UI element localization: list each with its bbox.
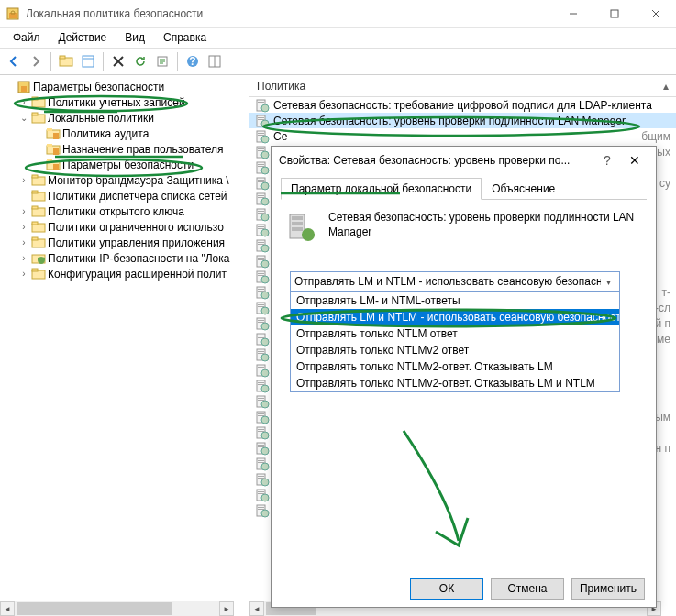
tree-item-label: Политики IP-безопасности на "Лока	[48, 252, 229, 265]
refresh-toolbar-button[interactable]	[130, 51, 150, 72]
delete-toolbar-button[interactable]	[108, 51, 128, 72]
options-toolbar-button[interactable]	[205, 51, 225, 72]
policy-row[interactable]: Сетевая безопасность: требование цифрово…	[249, 97, 676, 113]
tree-scrollbar[interactable]: ◄ ►	[0, 601, 234, 616]
tree-local-child-1[interactable]: Назначение прав пользователя	[29, 141, 249, 157]
menu-help[interactable]: Справка	[154, 29, 216, 46]
expander-icon: ›	[18, 222, 29, 232]
svg-rect-35	[32, 191, 38, 193]
svg-rect-130	[258, 429, 264, 430]
tree-pubkey[interactable]: ›Политики открытого ключа	[15, 204, 249, 219]
forward-button[interactable]	[26, 51, 46, 72]
svg-rect-150	[258, 507, 264, 508]
svg-rect-27	[47, 144, 52, 147]
svg-rect-87	[258, 259, 264, 260]
up-button[interactable]	[56, 51, 76, 72]
scroll-right-icon[interactable]: ►	[219, 601, 234, 616]
back-button[interactable]	[4, 51, 24, 72]
svg-rect-134	[258, 445, 264, 446]
svg-rect-139	[258, 462, 264, 463]
svg-rect-74	[258, 211, 264, 212]
menu-bar: Файл Действие Вид Справка	[0, 28, 676, 48]
scroll-left-icon[interactable]: ◄	[0, 601, 15, 616]
tree-root[interactable]: Параметры безопасности	[0, 79, 249, 94]
ok-button[interactable]: ОК	[410, 578, 483, 600]
tree-appcontrol[interactable]: ›Политики управления приложения	[15, 235, 249, 250]
svg-rect-8	[83, 56, 94, 67]
svg-point-148	[261, 494, 269, 501]
svg-rect-102	[258, 320, 264, 321]
svg-rect-115	[258, 368, 264, 369]
combo-option[interactable]: Отправлять LM- и NTML-ответы	[291, 292, 619, 309]
apply-button[interactable]: Применить	[571, 578, 645, 600]
svg-rect-119	[258, 384, 264, 385]
svg-rect-94	[258, 289, 264, 290]
tree-firewall[interactable]: ›Монитор брандмауэра Защитника \	[15, 172, 249, 188]
list-header[interactable]: Политика ▴	[249, 75, 676, 97]
scroll-left-icon[interactable]: ◄	[249, 601, 264, 616]
tree-local-policies[interactable]: ⌄Локальные политики	[15, 110, 249, 126]
menu-action[interactable]: Действие	[50, 29, 116, 46]
combo-option[interactable]: Отправлять только NTLMv2-ответ. Отказыва…	[291, 358, 619, 375]
dialog-close-button[interactable]: ✕	[621, 153, 648, 168]
menu-view[interactable]: Вид	[116, 29, 154, 46]
svg-point-140	[261, 463, 269, 470]
properties-toolbar-button[interactable]	[78, 51, 98, 72]
svg-rect-151	[258, 509, 264, 510]
svg-point-104	[261, 323, 269, 330]
svg-rect-51	[258, 119, 264, 120]
policy-row[interactable]: Сетевая безопасность: уровень проверки п…	[249, 113, 676, 128]
svg-point-48	[261, 104, 269, 112]
tree-local-child-0[interactable]: Политика аудита	[29, 126, 249, 141]
combo-option[interactable]: Отправлять только NTLM ответ	[291, 325, 619, 342]
svg-rect-147	[258, 493, 264, 494]
svg-rect-126	[258, 413, 264, 414]
policy-row[interactable]: Себщим	[249, 128, 676, 144]
combo-option[interactable]: Отправлять только NTLMv2 ответ	[291, 342, 619, 358]
dialog-help-button[interactable]: ?	[593, 153, 621, 168]
tree-item-label: Политики ограниченного использо	[48, 221, 224, 234]
tree-netlist[interactable]: Политики диспетчера списка сетей	[15, 188, 249, 204]
chevron-down-icon: ▾	[601, 277, 615, 287]
dialog-titlebar: Свойства: Сетевая безопасность: уровень …	[272, 147, 656, 174]
tree-account-policies[interactable]: ›Политики учетных записей	[15, 94, 249, 110]
export-toolbar-button[interactable]	[152, 51, 172, 72]
svg-rect-3	[611, 10, 618, 17]
combo-option[interactable]: Отправлять LM и NTLM - использовать сеан…	[291, 309, 619, 325]
tree-ipsec[interactable]: ›Политики IP-безопасности на "Лока	[15, 250, 249, 266]
svg-rect-54	[258, 133, 264, 134]
svg-point-68	[261, 182, 269, 190]
svg-point-132	[261, 432, 269, 439]
svg-rect-33	[32, 175, 38, 178]
tree-advanced[interactable]: ›Конфигурация расширенной полит	[15, 266, 249, 281]
svg-rect-131	[258, 431, 264, 432]
title-bar: Локальная политика безопасности	[0, 0, 676, 28]
tab-local-setting[interactable]: Параметр локальной безопасности	[281, 178, 482, 200]
tree-item-label: Политики диспетчера списка сетей	[48, 190, 227, 203]
expander-icon: ›	[18, 97, 29, 107]
combo-option[interactable]: Отправлять только NTLMv2-ответ. Отказыва…	[291, 375, 619, 391]
cancel-button[interactable]: Отмена	[491, 578, 564, 600]
auth-level-combo[interactable]: Отправлять LM и NTLM - использовать сеан…	[290, 271, 620, 292]
column-policy: Политика	[257, 80, 305, 93]
svg-text:?: ?	[189, 55, 195, 68]
minimize-button[interactable]	[552, 0, 593, 28]
svg-rect-37	[32, 206, 38, 209]
tree-item-label: Назначение прав пользователя	[62, 143, 224, 156]
svg-rect-98	[258, 304, 264, 305]
maximize-button[interactable]	[593, 0, 635, 28]
svg-rect-90	[258, 273, 264, 274]
close-button[interactable]	[635, 0, 676, 28]
menu-file[interactable]: Файл	[4, 29, 50, 46]
tree-restricted[interactable]: ›Политики ограниченного использо	[15, 219, 249, 235]
svg-point-92	[261, 276, 269, 283]
svg-rect-143	[258, 478, 264, 478]
svg-point-52	[261, 120, 269, 127]
tab-explain[interactable]: Объяснение	[482, 178, 565, 200]
expander-icon: ›	[18, 175, 29, 185]
svg-rect-71	[258, 197, 264, 198]
svg-point-64	[261, 167, 269, 174]
svg-rect-86	[258, 258, 264, 258]
tree-local-child-2[interactable]: Параметры безопасности	[29, 157, 249, 172]
help-toolbar-button[interactable]: ?	[183, 51, 203, 72]
